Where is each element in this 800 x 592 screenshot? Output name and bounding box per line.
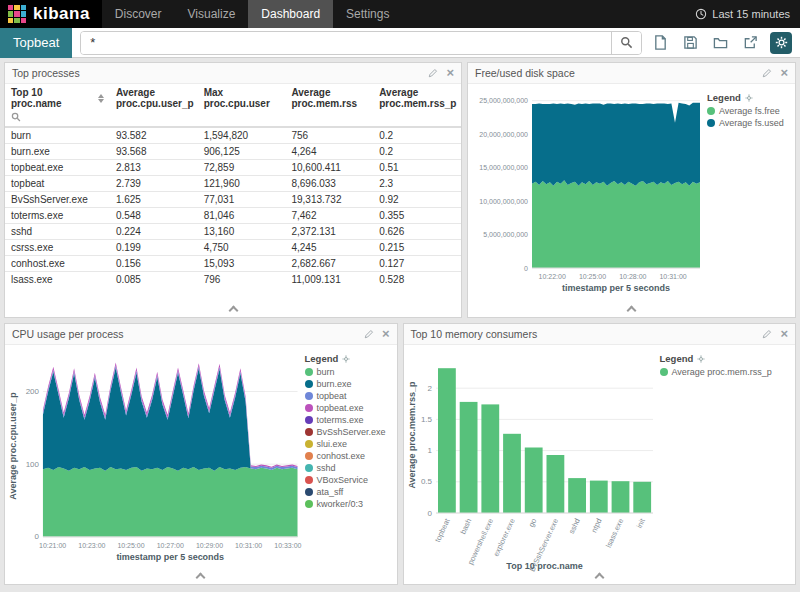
metric-cell: 0.127 [373, 256, 461, 272]
legend-item[interactable]: BvSshServer.exe [305, 427, 393, 437]
svg-text:sshd: sshd [566, 517, 581, 535]
svg-text:1: 1 [427, 446, 432, 455]
legend-label: Average proc.mem.rss_p [672, 367, 772, 377]
save-dashboard-button[interactable] [680, 33, 700, 53]
proc-name-cell: csrss.exe [5, 240, 110, 256]
table-row: burn93.5821,594,8207560.2 [5, 127, 461, 144]
metric-cell: 4,750 [198, 240, 286, 256]
sort-icon[interactable] [98, 94, 104, 103]
nav-visualize[interactable]: Visualize [175, 0, 249, 28]
load-dashboard-button[interactable] [710, 33, 730, 53]
metric-cell: 4,264 [285, 144, 373, 160]
metric-cell: 0.92 [373, 192, 461, 208]
column-header-avg-mem[interactable]: Average proc.mem.rss [285, 84, 373, 127]
legend-toggle[interactable]: Legend [305, 353, 393, 364]
dashboard-options-button[interactable] [770, 32, 792, 54]
metric-cell: 1.625 [110, 192, 198, 208]
column-header-proc-name[interactable]: Top 10 proc.name [5, 84, 110, 127]
legend-item[interactable]: Average proc.mem.rss_p [660, 367, 780, 377]
proc-name-cell: burn.exe [5, 144, 110, 160]
collapse-panel-button[interactable] [585, 571, 613, 582]
svg-text:bash: bash [458, 517, 473, 536]
search-button[interactable] [611, 32, 641, 54]
column-label: Top 10 proc.name [11, 87, 94, 109]
table-body: burn93.5821,594,8207560.2burn.exe93.5689… [5, 127, 461, 287]
legend-color-dot [305, 380, 313, 388]
nav-dashboard[interactable]: Dashboard [248, 0, 333, 28]
kibana-brand[interactable]: kibana [0, 0, 102, 28]
edit-panel-icon[interactable] [762, 68, 772, 78]
legend-item[interactable]: sshd [305, 463, 393, 473]
legend-item[interactable]: toterms.exe [305, 415, 393, 425]
column-search-icon[interactable] [11, 112, 104, 124]
legend-color-dot [305, 428, 313, 436]
proc-name-cell: sshd [5, 224, 110, 240]
metric-cell: 0.215 [373, 240, 461, 256]
panel-disk-space: Free/used disk space × 05,000,000,00010,… [467, 62, 796, 318]
query-toolbar: Topbeat [0, 28, 800, 58]
column-header-max-cpu[interactable]: Max proc.cpu.user [198, 84, 286, 127]
collapse-panel-button[interactable] [618, 304, 646, 315]
svg-text:10:23:00: 10:23:00 [78, 542, 105, 549]
legend-item[interactable]: Average fs.free [707, 106, 789, 116]
svg-text:10:25:00: 10:25:00 [117, 542, 144, 549]
query-input[interactable] [81, 32, 611, 54]
column-header-avg-cpu[interactable]: Average proc.cpu.user_p [110, 84, 198, 127]
legend-label: sshd [317, 463, 336, 473]
legend-toggle[interactable]: Legend [707, 92, 789, 103]
svg-text:100: 100 [26, 460, 40, 469]
metric-cell: 4,245 [285, 240, 373, 256]
time-picker[interactable]: Last 15 minutes [685, 0, 800, 28]
edit-panel-icon[interactable] [762, 329, 772, 339]
edit-panel-icon[interactable] [364, 329, 374, 339]
nav-discover[interactable]: Discover [102, 0, 175, 28]
svg-text:0: 0 [35, 532, 40, 541]
legend-list: Average proc.mem.rss_p [660, 367, 780, 377]
svg-text:1.5: 1.5 [420, 415, 432, 424]
svg-text:10:28:00: 10:28:00 [619, 273, 646, 280]
legend-item[interactable]: kworker/0:3 [305, 499, 393, 509]
chevron-up-icon [627, 306, 637, 316]
collapse-panel-button[interactable] [187, 571, 215, 582]
table-row: topbeat.exe2.81372,85910,600.4110.51 [5, 160, 461, 176]
legend-toggle[interactable]: Legend [660, 353, 780, 364]
legend-item[interactable]: burn.exe [305, 379, 393, 389]
svg-text:init: init [634, 516, 647, 529]
share-dashboard-button[interactable] [740, 33, 760, 53]
new-dashboard-button[interactable] [650, 33, 670, 53]
remove-panel-icon[interactable]: × [780, 329, 788, 339]
nav-settings[interactable]: Settings [333, 0, 402, 28]
legend-item[interactable]: slui.exe [305, 439, 393, 449]
table-row: topbeat2.739121,9608,696.0332.3 [5, 176, 461, 192]
legend-item[interactable]: conhost.exe [305, 451, 393, 461]
memory-consumers-chart: 00.511.52topbeatbashpowershell.exeexplor… [406, 347, 658, 573]
legend-color-dot [305, 368, 313, 376]
legend-item[interactable]: ata_sff [305, 487, 393, 497]
column-header-avg-mem-p[interactable]: Average proc.mem.rss_p [373, 84, 461, 127]
table-row: sshd0.22413,1602,372.1310.626 [5, 224, 461, 240]
panel-title: Top processes [12, 67, 428, 79]
edit-panel-icon[interactable] [428, 68, 438, 78]
legend-color-dot [305, 500, 313, 508]
legend-color-dot [305, 416, 313, 424]
legend-item[interactable]: burn [305, 367, 393, 377]
gear-icon [775, 36, 788, 49]
legend-item[interactable]: Average fs.used [707, 118, 789, 128]
legend-item[interactable]: topbeat [305, 391, 393, 401]
panel-header: Top processes × [5, 63, 461, 84]
remove-panel-icon[interactable]: × [382, 329, 390, 339]
panel-top-processes: Top processes × Top 10 proc.name [4, 62, 462, 318]
share-icon [743, 35, 758, 50]
proc-name-cell: BvSshServer.exe [5, 192, 110, 208]
metric-cell: 81,046 [198, 208, 286, 224]
metric-cell: 121,960 [198, 176, 286, 192]
legend-item[interactable]: VBoxService [305, 475, 393, 485]
top-navbar: kibana Discover Visualize Dashboard Sett… [0, 0, 800, 28]
remove-panel-icon[interactable]: × [780, 68, 788, 78]
svg-text:Average proc.mem.rss_p: Average proc.mem.rss_p [407, 381, 417, 489]
legend-color-dot [707, 107, 715, 115]
collapse-panel-button[interactable] [219, 304, 247, 315]
legend-item[interactable]: topbeat.exe [305, 403, 393, 413]
table-row: csrss.exe0.1994,7504,2450.215 [5, 240, 461, 256]
remove-panel-icon[interactable]: × [446, 68, 454, 78]
